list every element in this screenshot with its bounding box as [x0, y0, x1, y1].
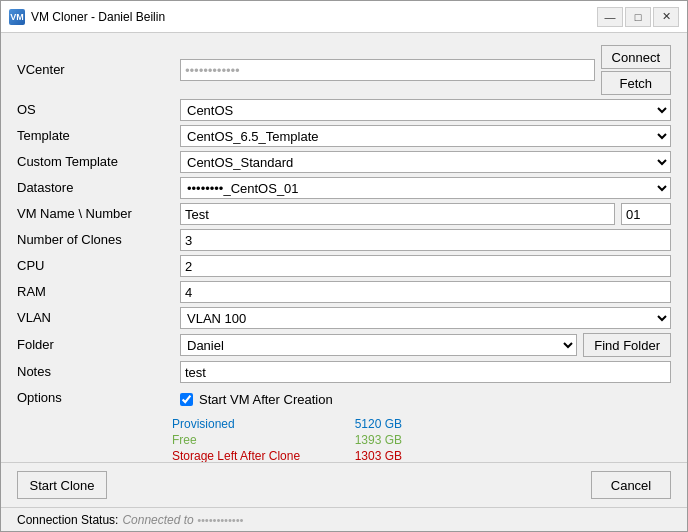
title-buttons: — □ ✕ — [597, 7, 679, 27]
form-grid: VCenter Connect Fetch OS CentOS Template… — [17, 45, 671, 409]
custom-template-label: Custom Template — [17, 151, 172, 173]
start-vm-checkbox[interactable] — [180, 393, 193, 406]
folder-label: Folder — [17, 334, 172, 356]
main-window: VM VM Cloner - Daniel Beilin — □ ✕ VCent… — [0, 0, 688, 532]
num-clones-row — [180, 229, 671, 251]
status-value: Connected to •••••••••••• — [122, 513, 243, 527]
window-title: VM Cloner - Daniel Beilin — [31, 10, 165, 24]
free-value: 1393 GB — [332, 433, 402, 447]
os-select[interactable]: CentOS — [180, 99, 671, 121]
status-label: Connection Status: — [17, 513, 118, 527]
vcenter-input[interactable] — [180, 59, 595, 81]
ram-label: RAM — [17, 281, 172, 303]
template-row: CentOS_6.5_Template — [180, 125, 671, 147]
minimize-button[interactable]: — — [597, 7, 623, 27]
os-label: OS — [17, 99, 172, 121]
vlan-select[interactable]: VLAN 100 — [180, 307, 671, 329]
cpu-input[interactable] — [180, 255, 671, 277]
connect-fetch-col: Connect Fetch — [601, 45, 671, 95]
start-clone-button[interactable]: Start Clone — [17, 471, 107, 499]
custom-template-row: CentOS_Standard — [180, 151, 671, 173]
fetch-button[interactable]: Fetch — [601, 71, 671, 95]
icon-label: VM — [10, 12, 24, 22]
start-vm-label: Start VM After Creation — [199, 392, 333, 407]
notes-input[interactable] — [180, 361, 671, 383]
close-button[interactable]: ✕ — [653, 7, 679, 27]
provisioned-line: Provisioned 5120 GB — [172, 417, 671, 431]
datastore-select[interactable]: ••••••••_CentOS_01 — [180, 177, 671, 199]
template-label: Template — [17, 125, 172, 147]
vm-name-input[interactable] — [180, 203, 615, 225]
free-line: Free 1393 GB — [172, 433, 671, 447]
provisioned-label: Provisioned — [172, 417, 332, 431]
bottom-buttons: Start Clone Cancel — [1, 462, 687, 507]
datastore-label: Datastore — [17, 177, 172, 199]
notes-label: Notes — [17, 361, 172, 383]
folder-select[interactable]: Daniel — [180, 334, 577, 356]
maximize-button[interactable]: □ — [625, 7, 651, 27]
cancel-button[interactable]: Cancel — [591, 471, 671, 499]
vm-number-input[interactable] — [621, 203, 671, 225]
num-clones-input[interactable] — [180, 229, 671, 251]
storage-left-label: Storage Left After Clone — [172, 449, 332, 462]
cpu-row — [180, 255, 671, 277]
vlan-row: VLAN 100 — [180, 307, 671, 329]
os-row: CentOS — [180, 99, 671, 121]
vm-name-row — [180, 203, 671, 225]
vcenter-label: VCenter — [17, 59, 172, 81]
options-label: Options — [17, 387, 172, 409]
vlan-label: VLAN — [17, 307, 172, 329]
main-content: VCenter Connect Fetch OS CentOS Template… — [1, 33, 687, 462]
connect-button[interactable]: Connect — [601, 45, 671, 69]
custom-template-select[interactable]: CentOS_Standard — [180, 151, 671, 173]
status-bar: Connection Status: Connected to ••••••••… — [1, 507, 687, 531]
title-bar: VM VM Cloner - Daniel Beilin — □ ✕ — [1, 1, 687, 33]
storage-info: Provisioned 5120 GB Free 1393 GB Storage… — [17, 417, 671, 462]
num-clones-label: Number of Clones — [17, 229, 172, 251]
ram-input[interactable] — [180, 281, 671, 303]
options-row: Start VM After Creation — [180, 392, 671, 407]
provisioned-value: 5120 GB — [332, 417, 402, 431]
app-icon: VM — [9, 9, 25, 25]
free-label: Free — [172, 433, 332, 447]
notes-row — [180, 361, 671, 383]
folder-row: Daniel Find Folder — [180, 333, 671, 357]
storage-left-line: Storage Left After Clone 1303 GB — [172, 449, 671, 462]
title-bar-left: VM VM Cloner - Daniel Beilin — [9, 9, 165, 25]
datastore-row: ••••••••_CentOS_01 — [180, 177, 671, 199]
cpu-label: CPU — [17, 255, 172, 277]
vcenter-row: Connect Fetch — [180, 45, 671, 95]
status-server: •••••••••••• — [197, 514, 243, 526]
find-folder-button[interactable]: Find Folder — [583, 333, 671, 357]
vm-name-label: VM Name \ Number — [17, 203, 172, 225]
storage-left-value: 1303 GB — [332, 449, 402, 462]
template-select[interactable]: CentOS_6.5_Template — [180, 125, 671, 147]
ram-row — [180, 281, 671, 303]
